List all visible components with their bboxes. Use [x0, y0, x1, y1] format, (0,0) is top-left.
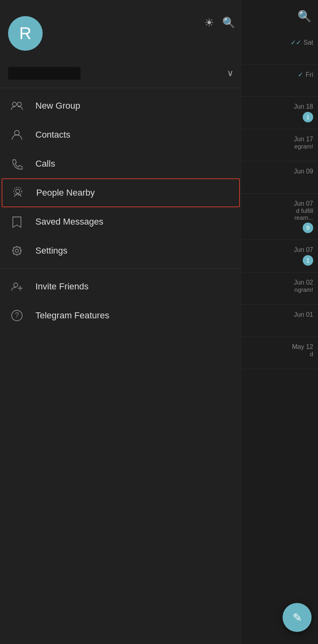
telegram-features-icon: ?: [10, 308, 24, 323]
chat-date: Jun 07: [294, 200, 313, 207]
sidebar-item-saved-messages[interactable]: Saved Messages: [0, 207, 242, 236]
calls-icon: [10, 157, 24, 171]
avatar[interactable]: R: [8, 16, 43, 51]
chat-meta: ✓✓ Sat: [291, 39, 313, 46]
svg-point-5: [15, 249, 19, 252]
people-nearby-label: People Nearby: [36, 188, 95, 198]
chat-meta: ✓ Fri: [298, 71, 313, 78]
chat-date: Sat: [304, 39, 313, 46]
saved-messages-label: Saved Messages: [35, 217, 103, 227]
menu-items: New Group Contacts Ca: [0, 91, 242, 644]
new-group-label: New Group: [35, 101, 80, 111]
settings-label: Settings: [35, 246, 68, 256]
sidebar-item-invite-friends[interactable]: Invite Friends: [0, 272, 242, 301]
compose-icon: ✎: [293, 611, 302, 624]
sidebar: R ☀ 🔍 ∨: [0, 0, 242, 644]
chat-preview: ngram!: [294, 286, 313, 293]
chat-date: Jun 09: [294, 168, 313, 175]
chat-preview: d: [310, 351, 313, 357]
header-icons: ☀ 🔍: [204, 16, 235, 29]
chat-date: Jun 07: [294, 246, 313, 254]
people-nearby-icon: [10, 186, 25, 200]
chat-date: Jun 01: [294, 311, 313, 318]
svg-point-6: [13, 247, 21, 255]
user-name-bar: [8, 67, 81, 80]
svg-point-7: [14, 283, 18, 287]
avatar-letter: R: [19, 24, 31, 43]
chat-list: 🔍 ✓✓ Sat ✓ Fri Jun 18 1: [242, 0, 318, 644]
compose-fab[interactable]: ✎: [283, 603, 312, 632]
settings-icon: [10, 244, 24, 258]
svg-text:?: ?: [15, 311, 19, 319]
telegram-features-label: Telegram Features: [35, 310, 109, 321]
unread-badge: 1: [303, 112, 313, 122]
chat-item[interactable]: Jun 17 egram!: [242, 129, 318, 161]
chat-items: ✓✓ Sat ✓ Fri Jun 18 1 Jun 17 egram!: [242, 32, 318, 644]
sidebar-item-people-nearby[interactable]: People Nearby: [2, 178, 240, 207]
chat-item[interactable]: ✓✓ Sat: [242, 32, 318, 64]
check-icon: ✓: [298, 71, 303, 78]
chat-date: Fri: [306, 71, 313, 78]
chat-item[interactable]: May 12 d: [242, 337, 318, 369]
contacts-label: Contacts: [35, 130, 70, 140]
unread-badge: 1: [303, 255, 313, 266]
saved-messages-icon: [10, 215, 24, 229]
sidebar-item-contacts[interactable]: Contacts: [0, 120, 242, 149]
search-icon[interactable]: 🔍: [222, 17, 235, 29]
chat-date: May 12: [292, 343, 313, 351]
unread-badge: 9: [303, 223, 313, 233]
sidebar-item-new-group[interactable]: New Group: [0, 91, 242, 120]
chat-item[interactable]: Jun 18 1: [242, 97, 318, 129]
chat-item[interactable]: Jun 01: [242, 305, 318, 337]
chat-item[interactable]: Jun 09: [242, 161, 318, 194]
chevron-down-icon[interactable]: ∨: [227, 68, 233, 78]
chat-item[interactable]: Jun 07 d fulfill ream... 9: [242, 194, 318, 240]
sidebar-item-telegram-features[interactable]: ? Telegram Features: [0, 301, 242, 330]
chat-list-header: 🔍: [242, 0, 318, 32]
chat-date: Jun 17: [294, 136, 313, 143]
sidebar-item-settings[interactable]: Settings: [0, 236, 242, 265]
chat-preview-2: ream...: [294, 214, 313, 221]
contacts-icon: [10, 128, 24, 142]
svg-point-1: [17, 102, 21, 106]
svg-point-3: [16, 189, 20, 193]
top-divider: [0, 88, 242, 88]
invite-friends-label: Invite Friends: [35, 281, 89, 292]
new-group-icon: [10, 99, 24, 113]
chat-search-icon[interactable]: 🔍: [297, 10, 312, 23]
calls-label: Calls: [35, 159, 55, 169]
brightness-icon[interactable]: ☀: [204, 16, 214, 29]
chat-date: Jun 02: [294, 279, 313, 286]
menu-divider: [0, 268, 242, 269]
sidebar-item-calls[interactable]: Calls: [0, 149, 242, 178]
chat-item[interactable]: Jun 02 ngram!: [242, 272, 318, 305]
double-check-icon: ✓✓: [291, 39, 301, 46]
chat-item[interactable]: Jun 07 1: [242, 240, 318, 272]
chat-preview: d fulfill: [296, 207, 313, 214]
sidebar-header: R ☀ 🔍: [0, 0, 242, 59]
svg-point-0: [12, 102, 17, 106]
chat-preview: egram!: [294, 143, 313, 150]
user-name-block: ∨: [0, 67, 242, 88]
invite-friends-icon: [10, 279, 24, 294]
chat-date: Jun 18: [294, 103, 313, 110]
chat-item[interactable]: ✓ Fri: [242, 64, 318, 97]
